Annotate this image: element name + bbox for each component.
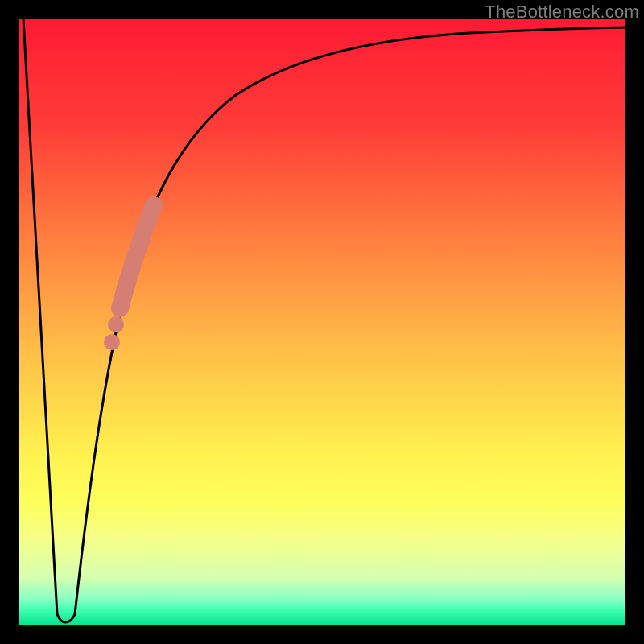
bottleneck-plot <box>19 19 625 625</box>
chart-frame: TheBottleneck.com <box>0 0 644 644</box>
watermark-label: TheBottleneck.com <box>485 2 639 23</box>
svg-point-0 <box>108 316 124 332</box>
svg-point-1 <box>104 334 120 350</box>
